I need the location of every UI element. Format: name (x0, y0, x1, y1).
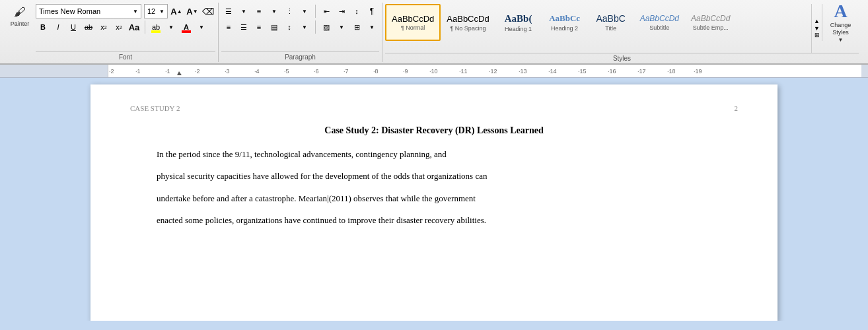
svg-text:·6: ·6 (314, 68, 319, 75)
font-name-dropdown-icon[interactable]: ▼ (133, 9, 138, 15)
font-section-label: Font (36, 51, 215, 61)
svg-text:·9: ·9 (403, 68, 408, 75)
align-right-button[interactable]: ≡ (252, 20, 266, 34)
svg-text:·13: ·13 (519, 68, 527, 75)
shading-dropdown-button[interactable]: ▼ (334, 20, 349, 34)
font-section: Times New Roman ▼ 12 ▼ A▲ A▼ ⌫ B I U ab (33, 3, 219, 62)
font-size-input[interactable]: 12 ▼ (144, 4, 168, 18)
change-styles-icon: A (834, 2, 847, 20)
svg-text:·14: ·14 (548, 68, 557, 75)
bullets-dropdown-button[interactable]: ▼ (236, 4, 251, 18)
font-color-dropdown-button[interactable]: ▼ (194, 20, 209, 34)
numbering-dropdown-button[interactable]: ▼ (267, 4, 281, 18)
style-h1-label: Heading 1 (505, 26, 532, 32)
styles-section: AaBbCcDd ¶ Normal AaBbCcDd ¶ No Spacing … (382, 3, 861, 62)
highlight-dropdown-button[interactable]: ▼ (164, 20, 178, 34)
svg-text:·4: ·4 (254, 68, 260, 75)
style-subtitle-sample: AaBbCcDd (640, 14, 679, 23)
styles-gallery: AaBbCcDd ¶ Normal AaBbCcDd ¶ No Spacing … (385, 4, 811, 53)
style-subtle-emphasis[interactable]: AaBbCcDd Subtle Emp... (685, 4, 736, 41)
svg-text:·2: ·2 (109, 68, 114, 75)
change-styles-button[interactable]: A ChangeStyles ▼ (822, 4, 859, 41)
ruler: ·2 ·1 ·1 ·2 ·3 ·4 ·5 ·6 ·7 ·8 ·9 ·10 ·11… (0, 65, 868, 78)
multilevel-list-dropdown-button[interactable]: ▼ (297, 4, 312, 18)
multilevel-list-button[interactable]: ⋮ (282, 4, 297, 18)
svg-text:·7: ·7 (344, 68, 349, 75)
superscript-button[interactable]: x2 (112, 20, 126, 34)
bullets-button[interactable]: ☰ (221, 4, 236, 18)
format-painter-button[interactable]: 🖌 Painter (7, 3, 33, 29)
show-formatting-button[interactable]: ¶ (365, 4, 379, 18)
paragraph-2: physical security capacities have allowe… (130, 168, 738, 183)
page-header: CASE STUDY 2 2 (130, 104, 738, 112)
svg-text:·2: ·2 (195, 68, 200, 75)
align-left-button[interactable]: ≡ (221, 20, 236, 34)
style-nospace-label: ¶ No Spacing (451, 25, 486, 32)
line-spacing-button[interactable]: ↕ (282, 20, 297, 34)
increase-indent-button[interactable]: ⇥ (334, 4, 349, 18)
strikethrough-button[interactable]: ab (81, 20, 96, 34)
numbering-button[interactable]: ≡ (252, 4, 266, 18)
svg-marker-22 (177, 71, 182, 75)
paragraph-3: undertake before and after a catastrophe… (130, 191, 738, 206)
change-styles-label: ChangeStyles (830, 22, 851, 36)
page-header-left: CASE STUDY 2 (130, 104, 180, 112)
style-heading1[interactable]: AaBb( Heading 1 (495, 4, 542, 41)
italic-button[interactable]: I (51, 20, 65, 34)
justify-button[interactable]: ▤ (267, 20, 281, 34)
grow-font-button[interactable]: A▲ (169, 4, 184, 18)
style-heading2[interactable]: AaBbCc Heading 2 (542, 4, 588, 41)
style-title-sample: AaBbC (596, 13, 625, 24)
svg-text:·18: ·18 (667, 68, 676, 75)
style-subtitle[interactable]: AaBbCcDd Subtitle (634, 4, 685, 41)
style-normal[interactable]: AaBbCcDd ¶ Normal (385, 4, 441, 41)
svg-text:·19: ·19 (694, 68, 702, 75)
subscript-button[interactable]: x2 (96, 20, 111, 34)
svg-text:·8: ·8 (373, 68, 379, 75)
font-name-value: Times New Roman (39, 7, 133, 15)
toolbar: 🖌 Painter Times New Roman ▼ 12 ▼ A▲ A▼ (0, 0, 868, 65)
painter-label: Painter (11, 20, 30, 27)
page-header-right: 2 (735, 104, 739, 112)
document-title[interactable]: Case Study 2: Disaster Recovery (DR) Les… (130, 125, 738, 136)
highlight-color-button[interactable]: ab (149, 20, 163, 34)
paragraph-section-label: Paragraph (221, 51, 379, 61)
clear-formatting-button[interactable]: ⌫ (201, 4, 215, 18)
align-center-button[interactable]: ☰ (236, 20, 251, 34)
shading-button[interactable]: ▨ (319, 20, 334, 34)
svg-text:·16: ·16 (608, 68, 616, 75)
style-no-spacing[interactable]: AaBbCcDd ¶ No Spacing (441, 4, 495, 41)
sort-button[interactable]: ↕ (349, 4, 364, 18)
decrease-indent-button[interactable]: ⇤ (319, 4, 334, 18)
document-area: CASE STUDY 2 2 Case Study 2: Disaster Re… (0, 78, 868, 321)
style-h2-sample: AaBbCc (549, 13, 580, 24)
document-body[interactable]: In the period since the 9/11, technologi… (130, 147, 738, 228)
underline-button[interactable]: U (66, 20, 81, 34)
style-subtle-label: Subtle Emp... (693, 24, 729, 31)
ruler-inner: ·2 ·1 ·1 ·2 ·3 ·4 ·5 ·6 ·7 ·8 ·9 ·10 ·11… (108, 65, 861, 77)
paragraph-1: In the period since the 9/11, technologi… (130, 147, 738, 162)
svg-text:·5: ·5 (284, 68, 289, 75)
style-title[interactable]: AaBbC Title (588, 4, 634, 41)
style-h1-sample: AaBb( (505, 13, 532, 24)
font-size-dropdown-icon[interactable]: ▼ (159, 9, 164, 15)
change-case-button[interactable]: Aa (127, 20, 141, 34)
svg-text:·17: ·17 (637, 68, 646, 75)
svg-text:·11: ·11 (459, 68, 468, 75)
font-name-input[interactable]: Times New Roman ▼ (36, 4, 141, 18)
ruler-ticks: ·2 ·1 ·1 ·2 ·3 ·4 ·5 ·6 ·7 ·8 ·9 ·10 ·11… (108, 65, 861, 78)
shrink-font-button[interactable]: A▼ (185, 4, 199, 18)
svg-text:·10: ·10 (429, 68, 438, 75)
style-normal-label: ¶ Normal (401, 24, 425, 31)
borders-dropdown-button[interactable]: ▼ (365, 20, 379, 34)
font-color-button[interactable]: A (179, 20, 194, 34)
bold-button[interactable]: B (36, 20, 50, 34)
style-nospace-sample: AaBbCcDd (447, 14, 489, 24)
line-spacing-dropdown-button[interactable]: ▼ (297, 20, 312, 34)
borders-button[interactable]: ⊞ (349, 20, 364, 34)
svg-text:·3: ·3 (225, 68, 230, 75)
paragraph-4: enacted some policies, organizations hav… (130, 213, 738, 228)
font-size-value: 12 (147, 7, 159, 15)
styles-scroll-up-button[interactable]: ▲ ▼ ⊞ (811, 4, 822, 53)
paragraph-section: ☰ ▼ ≡ ▼ ⋮ ▼ ⇤ ⇥ ↕ ¶ ≡ ☰ ≡ ▤ ↕ ▼ ▨ (219, 3, 382, 62)
